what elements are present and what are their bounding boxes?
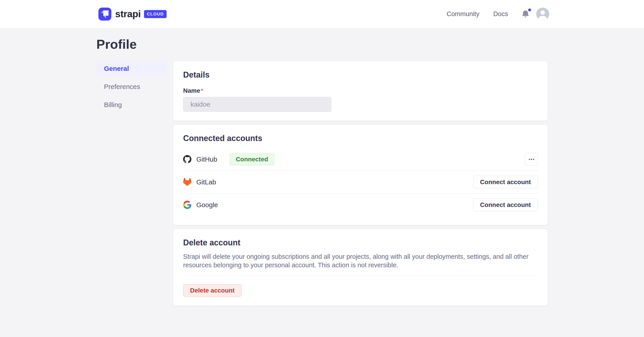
divider xyxy=(183,276,538,276)
account-row-github: GitHub Connected xyxy=(183,148,538,171)
gitlab-connect-account-button[interactable]: Connect account xyxy=(473,176,538,188)
account-row-google: Google Connect account xyxy=(183,193,538,216)
strapi-logo-icon xyxy=(98,7,111,20)
required-asterisk: * xyxy=(201,87,203,94)
cloud-badge: CLOUD xyxy=(144,10,166,18)
gitlab-icon xyxy=(183,178,192,186)
connected-status-badge: Connected xyxy=(230,153,274,165)
header-nav: Community Docs xyxy=(446,7,549,20)
delete-account-card: Delete account Strapi will delete your o… xyxy=(173,229,548,306)
sidebar-item-preferences[interactable]: Preferences xyxy=(96,79,167,94)
more-options-icon xyxy=(529,159,534,160)
name-field-label: Name xyxy=(183,87,200,94)
notifications-button[interactable] xyxy=(521,9,530,19)
account-row-gitlab: GitLab Connect account xyxy=(183,171,538,193)
provider-name: GitHub xyxy=(196,156,217,163)
sidebar-item-general[interactable]: General xyxy=(96,61,167,76)
details-card-title: Details xyxy=(183,70,538,79)
github-icon xyxy=(183,155,192,163)
provider-name: GitLab xyxy=(196,178,216,186)
name-input xyxy=(183,97,332,112)
notification-unread-dot xyxy=(528,8,531,11)
nav-link-docs[interactable]: Docs xyxy=(493,10,508,18)
nav-link-community[interactable]: Community xyxy=(446,10,480,18)
settings-main: Details Name* Connected accounts GitHub … xyxy=(173,61,548,310)
connected-accounts-title: Connected accounts xyxy=(183,134,538,143)
user-avatar[interactable] xyxy=(536,7,549,20)
google-icon xyxy=(183,201,192,209)
details-card: Details Name* xyxy=(173,61,548,121)
google-connect-account-button[interactable]: Connect account xyxy=(473,198,538,211)
sidebar-item-billing[interactable]: Billing xyxy=(96,97,167,112)
provider-name: Google xyxy=(196,201,218,209)
delete-account-description: Strapi will delete your ongoing subscrip… xyxy=(183,252,532,269)
page-title: Profile xyxy=(96,36,548,52)
github-more-options-button[interactable] xyxy=(525,153,538,166)
settings-sidebar: General Preferences Billing xyxy=(96,61,167,115)
brand-wordmark: strapi xyxy=(115,8,141,19)
page-content: Profile General Preferences Billing Deta… xyxy=(96,28,548,310)
delete-account-title: Delete account xyxy=(183,238,538,247)
delete-account-button[interactable]: Delete account xyxy=(183,284,242,297)
top-navbar: strapi CLOUD Community Docs xyxy=(0,0,644,28)
connected-accounts-card: Connected accounts GitHub Connected xyxy=(173,125,548,225)
name-field: Name* xyxy=(183,87,538,112)
brand-logo[interactable]: strapi CLOUD xyxy=(98,7,166,20)
person-icon xyxy=(536,7,549,20)
